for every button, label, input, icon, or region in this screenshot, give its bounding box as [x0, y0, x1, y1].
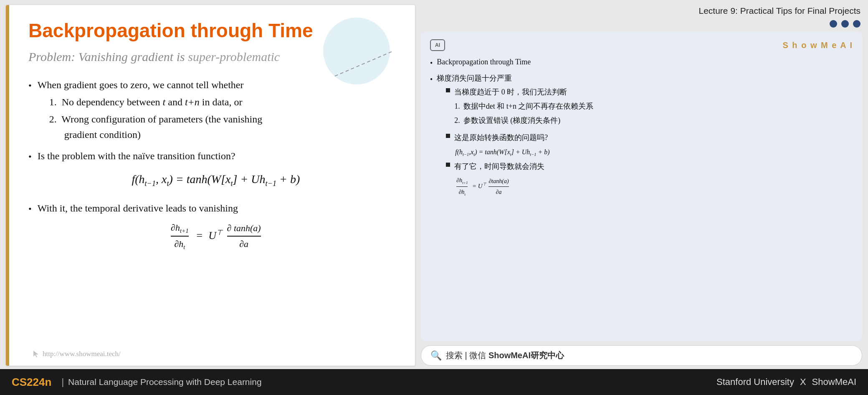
ann-numbered-list: 1. 数据中det 和 t+n 之间不再存在依赖关系 2. 参数设置错误 (梯度…: [454, 100, 593, 127]
annotation-content: • Backpropagation through Time • 梯度消失问题十…: [430, 56, 853, 334]
lecture-title-bar: Lecture 9: Practical Tips for Final Proj…: [421, 5, 862, 16]
search-bold: ShowMeAI研究中心: [488, 351, 564, 360]
ann-num-label-2: 2.: [454, 115, 460, 127]
formula2-block: ∂ht+1 ∂ht = U⊤ ∂ tanh(a) ∂a: [38, 221, 394, 252]
sub-item-1: 1. No dependency between t and t+n in da…: [49, 94, 394, 110]
ann-frac-2: ∂tanh(a) ∂a: [488, 176, 509, 197]
bullet3-text: With it, the temporal derivative leads t…: [38, 203, 238, 214]
bullet-dot-3: •: [28, 202, 32, 216]
ann-square-text-b: 这是原始转换函数的问题吗?: [454, 132, 548, 144]
ann-square-item-b: 这是原始转换函数的问题吗?: [446, 132, 593, 144]
search-icon: 🔍: [430, 350, 442, 361]
sub-list-1: 1. No dependency between t and t+n in da…: [49, 94, 394, 143]
ann-num-label-1: 1.: [454, 100, 460, 113]
ann-item-2: • 梯度消失问题十分严重 当梯度趋近于 0 时，我们无法判断: [430, 72, 853, 200]
slide-url: http://www.showmeai.tech/: [32, 350, 121, 358]
x-separator: X: [800, 377, 806, 387]
slide-panel: Backpropagation through Time Problem: Va…: [6, 5, 415, 366]
ann-square-item-c: 有了它，时间导数就会消失: [446, 161, 593, 173]
bottom-divider: |: [61, 377, 64, 387]
right-panel: Lecture 9: Practical Tips for Final Proj…: [421, 5, 862, 366]
dot-1: [830, 20, 837, 28]
ann-dot-1: •: [430, 57, 433, 70]
bullet1-text: When gradient goes to zero, we cannot te…: [38, 79, 244, 90]
ann-dot-2: •: [430, 74, 433, 86]
showmeai-text-bottom: ShowMeAI: [812, 377, 856, 387]
ann-item-1-text: Backpropagation through Time: [437, 56, 531, 69]
search-text: 搜索 | 微信 ShowMeAI研究中心: [446, 350, 564, 361]
bottom-right: Stanford University X ShowMeAI: [716, 377, 856, 387]
ann-num-item-1: 1. 数据中det 和 t+n 之间不再存在依赖关系: [454, 100, 593, 113]
showmeai-brand: S h o w M e A I: [782, 41, 853, 50]
title-orange: Time: [268, 20, 313, 41]
ann-item-2-text: 梯度消失问题十分严重: [437, 74, 512, 82]
ann-item-2-content: 梯度消失问题十分严重 当梯度趋近于 0 时，我们无法判断 1.: [437, 72, 593, 200]
bullet-content-3: With it, the temporal derivative leads t…: [38, 201, 394, 259]
bullet-dot-2: •: [28, 150, 32, 164]
bullet2-text: Is the problem with the naïve transition…: [38, 150, 235, 161]
ann-frac-1: ∂ht+1 ∂ht: [456, 176, 468, 198]
problem-text: Problem: Vanishing gradient is super-pro…: [28, 50, 280, 64]
bullet-dot-1: •: [28, 79, 32, 93]
ann-square-text-a: 当梯度趋近于 0 时，我们无法判断: [454, 86, 567, 99]
annotation-header: AI S h o w M e A I: [430, 39, 853, 51]
course-code: CS224n: [12, 376, 51, 389]
bottom-subtitle: Natural Language Processing with Deep Le…: [68, 377, 261, 387]
ann-formula-2: ∂ht+1 ∂ht = U⊤ ∂tanh(a) ∂a: [455, 176, 593, 198]
ann-square-item-a: 当梯度趋近于 0 时，我们无法判断: [446, 86, 593, 99]
ann-formula-1: f(ht−1,xt) = tanh(W[xt] + Uht−1 + b): [455, 147, 593, 158]
dots-row: [421, 20, 862, 28]
slide-decoration: [323, 18, 390, 84]
ai-icon: AI: [430, 39, 445, 51]
ann-square-icon-c: [446, 163, 450, 167]
ann-square-icon-a: [446, 88, 450, 92]
bullet-content-2: Is the problem with the naïve transition…: [38, 148, 394, 196]
stanford-text: Stanford University: [716, 377, 794, 387]
ann-square-icon-b: [446, 134, 450, 138]
slide-bullets: • When gradient goes to zero, we cannot …: [28, 77, 394, 264]
fraction-2: ∂ tanh(a) ∂a: [227, 221, 261, 251]
main-content: Backpropagation through Time Problem: Va…: [0, 0, 868, 369]
formula1-block: f(ht−1, xt) = tanh(W[xt] + Uht−1 + b): [38, 170, 394, 189]
cursor-icon: [32, 350, 40, 358]
fraction-1: ∂ht+1 ∂ht: [171, 221, 189, 252]
url-text[interactable]: http://www.showmeai.tech/: [43, 350, 121, 358]
sub-item-2: 2. Wrong configuration of parameters (th…: [49, 112, 394, 143]
ann-sub-list: 当梯度趋近于 0 时，我们无法判断 1. 数据中det 和 t+n 之间不再存在…: [446, 86, 593, 197]
ann-num-text-1: 数据中det 和 t+n 之间不再存在依赖关系: [463, 100, 594, 113]
ann-square-text-c: 有了它，时间导数就会消失: [454, 161, 544, 173]
lecture-title-text: Lecture 9: Practical Tips for Final Proj…: [699, 6, 861, 15]
ann-num-text-2: 参数设置错误 (梯度消失条件): [463, 115, 561, 127]
search-bar[interactable]: 🔍 搜索 | 微信 ShowMeAI研究中心: [421, 345, 862, 366]
bottom-bar: CS224n | Natural Language Processing wit…: [0, 369, 868, 395]
ann-item-1: • Backpropagation through Time: [430, 56, 853, 70]
annotation-box: AI S h o w M e A I • Backpropagation thr…: [421, 32, 862, 341]
bullet-item-2: • Is the problem with the naïve transiti…: [28, 148, 394, 196]
dot-2: [841, 20, 849, 28]
bullet-item-3: • With it, the temporal derivative leads…: [28, 201, 394, 259]
bullet-item-1: • When gradient goes to zero, we cannot …: [28, 77, 394, 145]
title-blue: Backpropagation through: [28, 20, 268, 41]
bullet-content-1: When gradient goes to zero, we cannot te…: [38, 77, 394, 145]
dot-3: [853, 20, 860, 28]
bottom-left: CS224n | Natural Language Processing wit…: [12, 376, 262, 389]
ann-num-item-2: 2. 参数设置错误 (梯度消失条件): [454, 115, 593, 127]
